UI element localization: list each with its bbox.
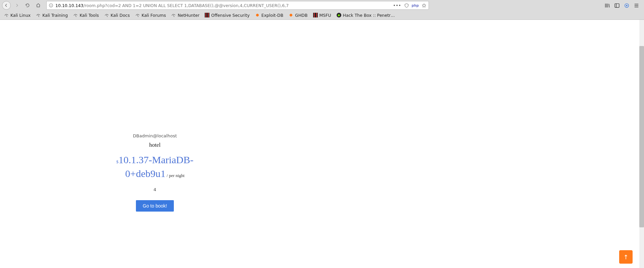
arrow-right-icon	[14, 3, 19, 8]
svg-rect-2	[51, 5, 51, 6]
offsec-icon	[313, 13, 318, 17]
svg-point-1	[51, 4, 51, 5]
extra-number: 4	[108, 187, 202, 192]
forward-button	[12, 1, 21, 10]
arrow-up-icon: ↑	[623, 254, 628, 261]
bookmark-label: GHDB	[295, 13, 307, 18]
library-icon[interactable]	[604, 3, 610, 8]
kali-icon	[104, 13, 109, 17]
star-icon[interactable]	[422, 3, 427, 8]
bookmark-label: Kali Docs	[111, 13, 130, 18]
scrollbar-thumb[interactable]	[639, 46, 644, 227]
addon-icon[interactable]	[624, 3, 630, 8]
bookmark-label: Kali Training	[42, 13, 68, 18]
bookmark-label: NetHunter	[178, 13, 199, 18]
exploitdb-icon	[289, 13, 293, 17]
scroll-top-button[interactable]: ↑	[619, 250, 633, 264]
home-icon	[36, 3, 41, 8]
bookmarks-toolbar: Kali LinuxKali TrainingKali ToolsKali Do…	[0, 11, 644, 19]
svg-rect-3	[615, 3, 619, 7]
bookmark-label: Hack The Box :: Penetr…	[343, 13, 395, 18]
go-to-book-button[interactable]: Go to book!	[136, 200, 174, 212]
bookmark-item[interactable]: Kali Tools	[71, 12, 101, 18]
sidebar-icon[interactable]	[614, 3, 620, 8]
per-night-label: / per night	[165, 173, 185, 178]
kali-icon	[73, 13, 78, 17]
toolbar-right	[604, 3, 642, 8]
bookmark-item[interactable]: Exploit-DB	[253, 12, 285, 18]
home-button[interactable]	[34, 1, 43, 10]
bookmark-item[interactable]: Kali Linux	[2, 12, 33, 18]
info-icon	[49, 3, 53, 8]
bookmark-item[interactable]: Offensive Security	[203, 12, 251, 18]
arrow-left-icon	[4, 3, 9, 8]
navigation-toolbar: 10.10.10.143 /room.php?cod=2 AND 1=2 UNI…	[0, 0, 644, 11]
bookmark-item[interactable]: ◆Hack The Box :: Penetr…	[335, 12, 397, 18]
bookmark-item[interactable]: Kali Forums	[133, 12, 168, 18]
kali-icon	[36, 13, 41, 17]
url-right-icons: ••• php	[393, 3, 427, 8]
db-user: DBadmin@localhost	[108, 133, 202, 138]
kali-icon	[171, 13, 176, 17]
exploitdb-icon	[255, 13, 260, 17]
reload-icon	[25, 3, 30, 8]
shield-icon[interactable]	[404, 3, 409, 8]
bookmark-label: Kali Tools	[80, 13, 99, 18]
php-badge-icon: php	[412, 4, 419, 7]
kali-icon	[4, 13, 9, 17]
bookmark-item[interactable]: GHDB	[287, 12, 309, 18]
page-actions-icon[interactable]: •••	[393, 3, 401, 8]
bookmark-item[interactable]: NetHunter	[169, 12, 201, 18]
bookmark-item[interactable]: MSFU	[311, 12, 333, 18]
url-path: /room.php?cod=2 AND 1=2 UNION ALL SELECT…	[84, 3, 289, 8]
db-name: hotel	[108, 142, 202, 148]
price-line: $10.1.37-MariaDB-0+deb9u1 / per night	[108, 153, 202, 180]
room-card: DBadmin@localhost hotel $10.1.37-MariaDB…	[105, 121, 204, 218]
bookmark-label: Kali Linux	[10, 13, 31, 18]
bookmark-label: Offensive Security	[211, 13, 249, 18]
url-bar[interactable]: 10.10.10.143 /room.php?cod=2 AND 1=2 UNI…	[46, 1, 429, 10]
bookmark-item[interactable]: Kali Docs	[102, 12, 132, 18]
bookmark-label: MSFU	[319, 13, 331, 18]
offsec-icon	[205, 13, 209, 17]
bookmark-label: Exploit-DB	[261, 13, 283, 18]
url-host: 10.10.10.143	[55, 3, 84, 8]
reload-button[interactable]	[23, 1, 32, 10]
browser-chrome: 10.10.10.143 /room.php?cod=2 AND 1=2 UNI…	[0, 0, 644, 20]
htb-icon: ◆	[337, 13, 341, 17]
back-button[interactable]	[2, 1, 11, 10]
bookmark-label: Kali Forums	[142, 13, 166, 18]
page-viewport: DBadmin@localhost hotel $10.1.37-MariaDB…	[0, 20, 644, 268]
bookmark-item[interactable]: Kali Training	[34, 12, 70, 18]
menu-icon[interactable]	[634, 3, 639, 8]
svg-point-6	[626, 5, 627, 6]
kali-icon	[135, 13, 140, 17]
